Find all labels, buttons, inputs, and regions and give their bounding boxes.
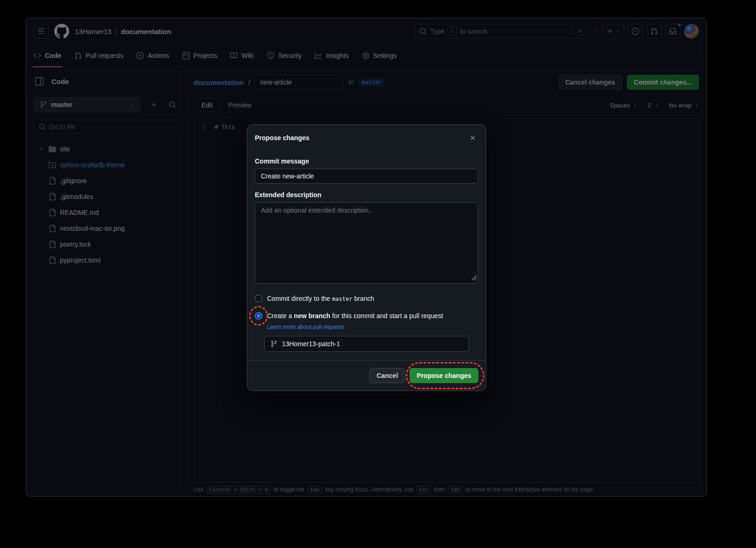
- radio-commit-direct[interactable]: [255, 295, 262, 302]
- label-text: Commit directly to the: [267, 295, 330, 302]
- close-icon: [469, 134, 476, 142]
- radio-commit-direct-label: Commit directly to the master branch: [267, 294, 374, 304]
- extended-description-label: Extended description: [255, 191, 478, 199]
- git-branch-icon: [270, 340, 278, 348]
- new-branch-name-field[interactable]: [264, 336, 469, 352]
- commit-message-label: Commit message: [255, 157, 478, 165]
- radio-create-branch[interactable]: [255, 312, 262, 320]
- close-dialog-button[interactable]: [467, 132, 478, 143]
- commit-direct-option: Commit directly to the master branch: [255, 294, 478, 304]
- learn-more-link[interactable]: Learn more about pull requests: [267, 324, 345, 330]
- propose-changes-dialog: Propose changes Commit message Extended …: [247, 124, 486, 391]
- extended-description-textarea[interactable]: [255, 202, 478, 284]
- new-branch-name-input[interactable]: [282, 340, 463, 348]
- label-text: branch: [354, 295, 374, 302]
- propose-changes-button[interactable]: Propose changes: [410, 368, 478, 383]
- label-bold-text: new branch: [294, 312, 331, 320]
- radio-create-branch-label: Create a new branch for this commit and …: [267, 311, 443, 320]
- create-branch-option: Create a new branch for this commit and …: [255, 311, 478, 320]
- branch-name-code: master: [332, 296, 352, 302]
- resize-grip[interactable]: [472, 276, 476, 280]
- github-window: 13Homer13 / documentation Type / to sear…: [26, 18, 707, 497]
- dialog-title: Propose changes: [255, 134, 310, 142]
- label-text: Create a: [267, 312, 292, 320]
- label-text: for this commit and start a pull request: [332, 312, 443, 320]
- commit-message-input[interactable]: [255, 169, 478, 184]
- cancel-button[interactable]: Cancel: [369, 368, 405, 383]
